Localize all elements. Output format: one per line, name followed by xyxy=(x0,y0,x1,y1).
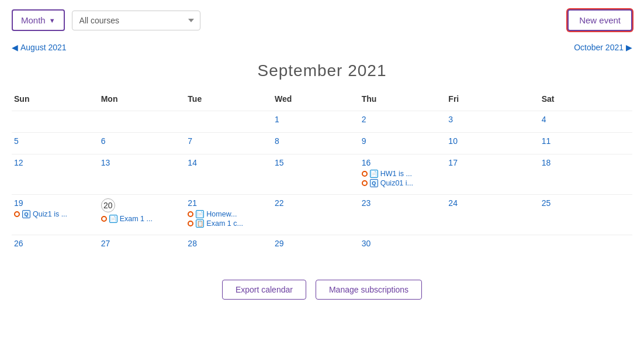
event-dot xyxy=(188,221,193,226)
day-number[interactable]: 7 xyxy=(188,136,192,146)
day-number[interactable]: 2 xyxy=(362,115,366,124)
event-dot xyxy=(101,216,107,222)
footer-actions: Export calendar Manage subscriptions xyxy=(0,268,644,311)
calendar-table: Sun Mon Tue Wed Thu Fri Sat 123456789101… xyxy=(12,90,632,256)
header-sun: Sun xyxy=(12,90,99,111)
event-label: Quiz01 i... xyxy=(380,179,413,187)
day-number[interactable]: 16 xyxy=(362,158,371,167)
course-select[interactable]: All courses xyxy=(72,11,200,30)
event-label: HW1 is ... xyxy=(380,170,412,178)
calendar-event[interactable]: QQuiz01 i... xyxy=(362,179,444,187)
day-number[interactable]: 15 xyxy=(275,158,284,167)
day-number[interactable]: 11 xyxy=(542,136,551,146)
calendar-event[interactable]: 📄HW1 is ... xyxy=(362,170,444,178)
event-label: Homew... xyxy=(206,210,237,218)
calendar-cell: 21📄Homew...📋Exam 1 c... xyxy=(185,195,272,235)
event-dot xyxy=(14,211,20,217)
quiz-icon: Q xyxy=(370,179,378,187)
header-thu: Thu xyxy=(359,90,446,111)
calendar-week-row: 19QQuiz1 is ...20📄Exam 1 ...21📄Homew...📋… xyxy=(12,195,632,235)
calendar-cell: 4 xyxy=(539,111,632,133)
quiz-icon: Q xyxy=(22,210,30,218)
calendar-event[interactable]: QQuiz1 is ... xyxy=(14,210,96,218)
calendar-cell: 12 xyxy=(12,154,99,195)
day-number[interactable]: 23 xyxy=(362,198,371,208)
day-number[interactable]: 25 xyxy=(542,198,551,208)
new-event-button[interactable]: New event xyxy=(567,9,632,31)
calendar-cell xyxy=(539,235,632,257)
header-fri: Fri xyxy=(446,90,539,111)
dropdown-arrow-icon: ▼ xyxy=(49,17,56,24)
calendar-event[interactable]: 📄Exam 1 ... xyxy=(101,215,183,223)
calendar-cell: 28 xyxy=(185,235,272,257)
calendar-body: 12345678910111213141516📄HW1 is ...QQuiz0… xyxy=(12,111,632,257)
month-label: Month xyxy=(21,15,46,25)
calendar-event[interactable]: 📋Exam 1 c... xyxy=(188,219,270,228)
calendar-cell xyxy=(446,235,539,257)
event-dot xyxy=(362,171,368,177)
day-number[interactable]: 1 xyxy=(275,115,279,124)
day-number[interactable]: 28 xyxy=(188,239,197,248)
calendar-header: Sun Mon Tue Wed Thu Fri Sat xyxy=(12,90,632,111)
day-number[interactable]: 17 xyxy=(448,158,458,167)
export-calendar-button[interactable]: Export calendar xyxy=(222,280,306,300)
calendar-week-row: 1234 xyxy=(12,111,632,133)
day-number[interactable]: 21 xyxy=(188,198,197,208)
day-number[interactable]: 27 xyxy=(101,239,110,248)
month-button[interactable]: Month ▼ xyxy=(12,9,65,31)
calendar-cell: 3 xyxy=(446,111,539,133)
calendar-cell: 24 xyxy=(446,195,539,235)
calendar-cell: 22 xyxy=(272,195,359,235)
calendar-cell xyxy=(99,111,186,133)
top-bar: Month ▼ All courses New event xyxy=(0,0,644,40)
month-nav: ◀ August 2021 October 2021 ▶ xyxy=(0,40,644,57)
calendar-cell: 6 xyxy=(99,133,186,154)
assignment2-icon: 📋 xyxy=(196,219,204,228)
left-arrow-icon: ◀ xyxy=(12,43,18,52)
calendar-cell: 18 xyxy=(539,154,632,195)
weekday-row: Sun Mon Tue Wed Thu Fri Sat xyxy=(12,90,632,111)
calendar-cell: 27 xyxy=(99,235,186,257)
calendar-cell: 25 xyxy=(539,195,632,235)
calendar-cell: 23 xyxy=(359,195,446,235)
day-number[interactable]: 4 xyxy=(542,115,546,124)
day-number[interactable]: 9 xyxy=(362,136,366,146)
calendar-cell: 1 xyxy=(272,111,359,133)
day-number[interactable]: 10 xyxy=(448,136,458,146)
calendar-cell: 8 xyxy=(272,133,359,154)
calendar-cell: 5 xyxy=(12,133,99,154)
day-number[interactable]: 30 xyxy=(362,239,371,248)
calendar-cell: 17 xyxy=(446,154,539,195)
calendar-cell: 13 xyxy=(99,154,186,195)
header-mon: Mon xyxy=(99,90,186,111)
event-dot xyxy=(362,180,368,186)
day-number[interactable]: 6 xyxy=(101,136,106,146)
current-month-title: September 2021 xyxy=(0,57,644,90)
calendar-cell: 7 xyxy=(185,133,272,154)
day-number[interactable]: 3 xyxy=(448,115,453,124)
prev-month-link[interactable]: ◀ August 2021 xyxy=(12,43,67,52)
assignment-icon: 📄 xyxy=(196,210,204,218)
calendar-cell: 15 xyxy=(272,154,359,195)
day-number[interactable]: 26 xyxy=(14,239,23,248)
manage-subscriptions-button[interactable]: Manage subscriptions xyxy=(316,280,422,300)
header-sat: Sat xyxy=(539,90,632,111)
calendar-event[interactable]: 📄Homew... xyxy=(188,210,270,218)
day-number[interactable]: 14 xyxy=(188,158,197,167)
header-tue: Tue xyxy=(185,90,272,111)
day-number[interactable]: 13 xyxy=(101,158,110,167)
day-number[interactable]: 22 xyxy=(275,198,284,208)
calendar-week-row: 567891011 xyxy=(12,133,632,154)
calendar-cell: 20📄Exam 1 ... xyxy=(99,195,186,235)
day-number[interactable]: 18 xyxy=(542,158,551,167)
day-number[interactable]: 19 xyxy=(14,198,23,208)
day-number[interactable]: 20 xyxy=(101,198,115,212)
day-number[interactable]: 12 xyxy=(14,158,23,167)
day-number[interactable]: 29 xyxy=(275,239,284,248)
day-number[interactable]: 24 xyxy=(448,198,458,208)
prev-month-label: August 2021 xyxy=(20,43,67,52)
day-number[interactable]: 5 xyxy=(14,136,19,146)
day-number[interactable]: 8 xyxy=(275,136,279,146)
calendar-cell: 14 xyxy=(185,154,272,195)
next-month-link[interactable]: October 2021 ▶ xyxy=(574,43,632,52)
